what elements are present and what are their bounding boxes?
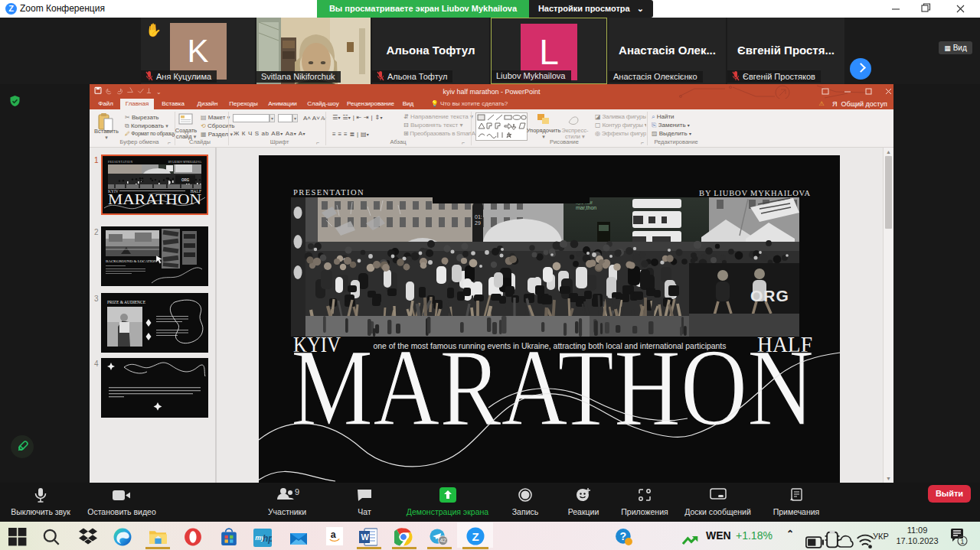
- svg-text:PRESENTATION: PRESENTATION: [293, 188, 364, 197]
- svg-text:MARATHON: MARATHON: [291, 327, 814, 448]
- svg-text:ORG: ORG: [181, 178, 190, 182]
- svg-text:⌄: ⌄: [156, 89, 162, 96]
- svg-text:ORG: ORG: [750, 287, 789, 304]
- svg-text:9: 9: [295, 487, 299, 496]
- svg-text:PRIZE & AUDIENCE: PRIZE & AUDIENCE: [107, 300, 146, 304]
- svg-text:BACKGROUND & LOCATION: BACKGROUND & LOCATION: [106, 259, 157, 263]
- svg-text:1: 1: [960, 538, 964, 545]
- svg-text:BY LIUBOV MYKHAILOVA: BY LIUBOV MYKHAILOVA: [168, 161, 202, 164]
- svg-text:W: W: [361, 532, 370, 542]
- svg-text:BY LIUBOV MYKHAILOVA: BY LIUBOV MYKHAILOVA: [699, 189, 811, 197]
- svg-text:42: 42: [439, 537, 446, 544]
- svg-text:hp: hp: [263, 533, 272, 544]
- svg-text:Z: Z: [472, 530, 479, 543]
- svg-text:mar,thon: mar,thon: [576, 205, 596, 210]
- svg-text:kyiv half marathon - PowerPoin: kyiv half marathon - PowerPoint: [443, 88, 541, 96]
- svg-text:PRESENTATION: PRESENTATION: [108, 161, 133, 164]
- svg-text:a: a: [331, 529, 337, 540]
